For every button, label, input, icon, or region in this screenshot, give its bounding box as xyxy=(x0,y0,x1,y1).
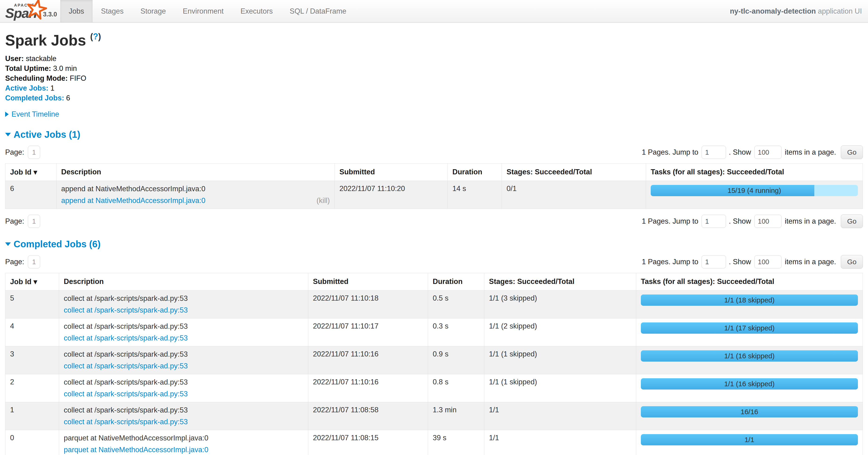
col-submitted[interactable]: Submitted xyxy=(335,164,448,181)
col-tasks[interactable]: Tasks (for all stages): Succeeded/Total xyxy=(636,273,863,290)
show-text: . Show xyxy=(729,258,751,266)
col-stages[interactable]: Stages: Succeeded/Total xyxy=(484,273,636,290)
pagination-completed-top: Page: 1 Pages. Jump to . Show items in a… xyxy=(5,255,863,269)
progress-label: 16/16 xyxy=(641,406,858,418)
col-submitted[interactable]: Submitted xyxy=(308,273,428,290)
col-description[interactable]: Description xyxy=(59,273,308,290)
job-duration-cell: 39 s xyxy=(428,430,484,455)
show-text: . Show xyxy=(729,217,751,226)
help-question-icon[interactable]: ? xyxy=(93,32,98,41)
tasks-progress-bar: 15/19 (4 running) xyxy=(651,185,858,196)
job-tasks-cell: 1/1 (16 skipped) xyxy=(636,374,863,402)
job-description: collect at /spark-scripts/spark-ad.py:53 xyxy=(64,406,303,415)
tab-environment[interactable]: Environment xyxy=(175,0,232,22)
job-id-cell: 0 xyxy=(5,430,59,455)
items-per-page-input[interactable] xyxy=(754,215,781,228)
job-description-link[interactable]: collect at /spark-scripts/spark-ad.py:53 xyxy=(64,362,188,371)
collapse-arrow-down-icon xyxy=(5,243,11,246)
event-timeline-toggle[interactable]: Event Timeline xyxy=(5,110,863,118)
job-description: append at NativeMethodAccessorImpl.java:… xyxy=(61,184,330,193)
job-tasks-cell: 1/1 (16 skipped) xyxy=(636,346,863,374)
page-title: Spark Jobs (?) xyxy=(5,32,863,49)
col-duration[interactable]: Duration xyxy=(448,164,502,181)
navbar: APACHE Spark 3.3.0 Jobs Stages Storage E… xyxy=(0,0,868,23)
progress-label: 1/1 xyxy=(641,434,858,445)
table-row: 3 collect at /spark-scripts/spark-ad.py:… xyxy=(5,346,863,374)
completed-jobs-section-header[interactable]: Completed Jobs (6) xyxy=(5,239,863,250)
job-description-link[interactable]: append at NativeMethodAccessorImpl.java:… xyxy=(61,196,205,205)
col-tasks[interactable]: Tasks (for all stages): Succeeded/Total xyxy=(646,164,863,181)
items-per-page-input[interactable] xyxy=(754,146,781,159)
job-duration-cell: 14 s xyxy=(448,181,502,209)
job-description-cell: parquet at NativeMethodAccessorImpl.java… xyxy=(59,430,308,455)
job-stages-cell: 1/1 xyxy=(484,430,636,455)
job-stages-cell: 1/1 (1 skipped) xyxy=(484,374,636,402)
job-submitted-cell: 2022/11/07 11:10:16 xyxy=(308,374,428,402)
col-job-id[interactable]: Job Id ▾ xyxy=(5,273,59,290)
jump-to-input[interactable] xyxy=(702,255,726,268)
job-description-link[interactable]: collect at /spark-scripts/spark-ad.py:53 xyxy=(64,334,188,343)
go-button[interactable]: Go xyxy=(841,215,863,228)
spark-logo[interactable]: APACHE Spark 3.3.0 xyxy=(0,0,60,22)
summary-user: User: stackable xyxy=(5,54,863,64)
application-name: ny-tlc-anomaly-detection xyxy=(730,7,816,15)
page-number-input[interactable] xyxy=(28,215,40,228)
job-description: collect at /spark-scripts/spark-ad.py:53 xyxy=(64,294,303,303)
page-number-input[interactable] xyxy=(28,146,40,159)
job-duration-cell: 0.3 s xyxy=(428,318,484,346)
table-row: 0 parquet at NativeMethodAccessorImpl.ja… xyxy=(5,430,863,455)
tab-sql-dataframe[interactable]: SQL / DataFrame xyxy=(281,0,355,22)
job-submitted-cell: 2022/11/07 11:10:18 xyxy=(308,290,428,318)
pagination-active-bottom: Page: 1 Pages. Jump to . Show items in a… xyxy=(5,215,863,228)
job-description-cell: collect at /spark-scripts/spark-ad.py:53… xyxy=(59,346,308,374)
job-description-link[interactable]: parquet at NativeMethodAccessorImpl.java… xyxy=(64,445,208,454)
active-jobs-section-header[interactable]: Active Jobs (1) xyxy=(5,129,863,140)
job-id-cell: 6 xyxy=(5,181,57,209)
active-jobs-link[interactable]: Active Jobs: xyxy=(5,84,48,92)
job-id-cell: 4 xyxy=(5,318,59,346)
go-button[interactable]: Go xyxy=(841,255,863,269)
jump-to-input[interactable] xyxy=(702,215,726,228)
help-tooltip[interactable]: (?) xyxy=(90,32,101,41)
col-duration[interactable]: Duration xyxy=(428,273,484,290)
jump-to-input[interactable] xyxy=(702,146,726,159)
col-stages[interactable]: Stages: Succeeded/Total xyxy=(502,164,646,181)
job-submitted-cell: 2022/11/07 11:10:20 xyxy=(335,181,448,209)
tab-stages[interactable]: Stages xyxy=(93,0,132,22)
job-description: collect at /spark-scripts/spark-ad.py:53 xyxy=(64,378,303,387)
go-button[interactable]: Go xyxy=(841,145,863,159)
tasks-progress-bar: 1/1 (16 skipped) xyxy=(641,350,858,362)
tab-storage[interactable]: Storage xyxy=(132,0,175,22)
completed-jobs-link[interactable]: Completed Jobs: xyxy=(5,94,64,102)
pagination-active-top: Page: 1 Pages. Jump to . Show items in a… xyxy=(5,145,863,159)
job-submitted-cell: 2022/11/07 11:10:16 xyxy=(308,346,428,374)
items-text: items in a page. xyxy=(785,258,836,266)
job-description-cell: collect at /spark-scripts/spark-ad.py:53… xyxy=(59,402,308,430)
col-job-id[interactable]: Job Id ▾ xyxy=(5,164,57,181)
job-description-link[interactable]: collect at /spark-scripts/spark-ad.py:53 xyxy=(64,390,188,398)
application-suffix: application UI xyxy=(816,7,862,15)
job-description: collect at /spark-scripts/spark-ad.py:53 xyxy=(64,322,303,331)
job-description-link[interactable]: collect at /spark-scripts/spark-ad.py:53 xyxy=(64,306,188,315)
kill-link[interactable]: (kill) xyxy=(316,196,330,205)
progress-label: 1/1 (17 skipped) xyxy=(641,322,858,334)
job-description-cell: collect at /spark-scripts/spark-ad.py:53… xyxy=(59,318,308,346)
table-row: 2 collect at /spark-scripts/spark-ad.py:… xyxy=(5,374,863,402)
items-text: items in a page. xyxy=(785,148,836,157)
job-submitted-cell: 2022/11/07 11:10:17 xyxy=(308,318,428,346)
job-description: parquet at NativeMethodAccessorImpl.java… xyxy=(64,434,303,443)
collapse-arrow-right-icon xyxy=(5,112,9,117)
tab-jobs[interactable]: Jobs xyxy=(60,0,92,22)
job-description-cell: collect at /spark-scripts/spark-ad.py:53… xyxy=(59,290,308,318)
tab-executors[interactable]: Executors xyxy=(232,0,281,22)
job-stages-cell: 1/1 (2 skipped) xyxy=(484,318,636,346)
job-description-link[interactable]: collect at /spark-scripts/spark-ad.py:53 xyxy=(64,418,188,426)
job-id-cell: 2 xyxy=(5,374,59,402)
table-row: 6 append at NativeMethodAccessorImpl.jav… xyxy=(5,181,863,209)
job-id-cell: 5 xyxy=(5,290,59,318)
page-number-input[interactable] xyxy=(28,255,40,268)
items-per-page-input[interactable] xyxy=(754,255,781,268)
col-description[interactable]: Description xyxy=(57,164,335,181)
collapse-arrow-down-icon xyxy=(5,133,11,136)
job-id-cell: 3 xyxy=(5,346,59,374)
